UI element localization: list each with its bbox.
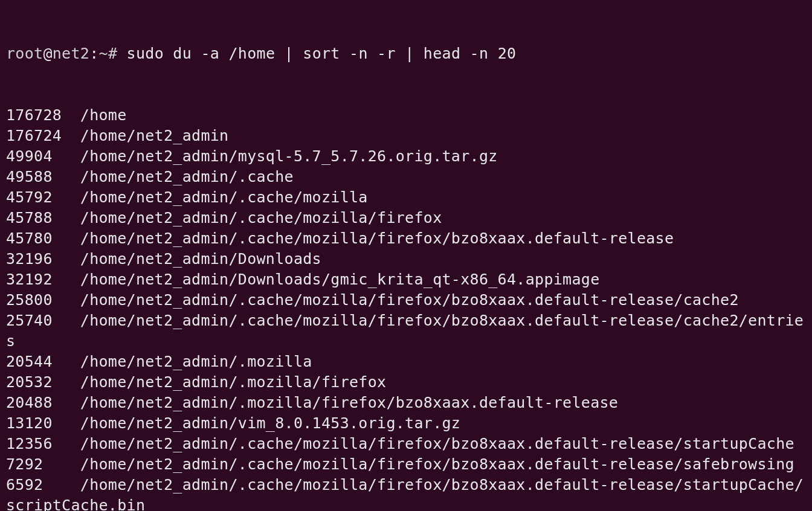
path-value: /home/net2_admin/.cache/mozilla/firefox	[80, 209, 442, 227]
path-value: /home/net2_admin/Downloads	[80, 250, 321, 268]
command-output: 176728 /home176724 /home/net2_admin49904…	[6, 105, 806, 511]
output-row: 25800 /home/net2_admin/.cache/mozilla/fi…	[6, 290, 806, 310]
output-row: 6592 /home/net2_admin/.cache/mozilla/fir…	[6, 475, 806, 511]
output-row: 45788 /home/net2_admin/.cache/mozilla/fi…	[6, 208, 806, 228]
path-value: /home/net2_admin	[80, 127, 229, 144]
path-value: /home/net2_admin/.cache/mozilla/firefox/…	[80, 230, 674, 247]
prompt-user: root	[6, 45, 43, 62]
output-row: 12356 /home/net2_admin/.cache/mozilla/fi…	[6, 434, 806, 454]
size-value: 12356	[6, 435, 80, 452]
output-row: 49904 /home/net2_admin/mysql-5.7_5.7.26.…	[6, 146, 806, 167]
prompt-spacer	[117, 45, 126, 62]
output-row: 13120 /home/net2_admin/vim_8.0.1453.orig…	[6, 413, 806, 434]
output-row: 25740 /home/net2_admin/.cache/mozilla/fi…	[6, 310, 806, 352]
output-row: 7292 /home/net2_admin/.cache/mozilla/fir…	[6, 454, 806, 475]
size-value: 32196	[6, 250, 80, 268]
output-row: 20532 /home/net2_admin/.mozilla/firefox	[6, 372, 806, 393]
size-value: 13120	[6, 414, 80, 432]
size-value: 45788	[6, 209, 80, 227]
output-row: 32196 /home/net2_admin/Downloads	[6, 249, 806, 269]
path-value: /home/net2_admin/mysql-5.7_5.7.26.orig.t…	[80, 147, 498, 165]
size-value: 20544	[6, 353, 80, 370]
prompt-line: root@net2:~# sudo du -a /home | sort -n …	[6, 43, 806, 64]
path-value: /home/net2_admin/.cache/mozilla/firefox/…	[6, 312, 804, 350]
size-value: 7292	[6, 455, 80, 473]
output-row: 20544 /home/net2_admin/.mozilla	[6, 352, 806, 372]
output-row: 32192 /home/net2_admin/Downloads/gmic_kr…	[6, 269, 806, 290]
size-value: 49904	[6, 147, 80, 165]
command-text: sudo du -a /home | sort -n -r | head -n …	[127, 45, 517, 62]
terminal-window[interactable]: root@net2:~# sudo du -a /home | sort -n …	[6, 2, 806, 511]
path-value: /home	[80, 106, 127, 124]
output-row: 45780 /home/net2_admin/.cache/mozilla/fi…	[6, 228, 806, 249]
size-value: 45792	[6, 188, 80, 206]
path-value: /home/net2_admin/Downloads/gmic_krita_qt…	[80, 271, 600, 288]
size-value: 176724	[6, 127, 80, 144]
size-value: 6592	[6, 476, 80, 493]
path-value: /home/net2_admin/.cache	[80, 168, 294, 185]
output-row: 45792 /home/net2_admin/.cache/mozilla	[6, 187, 806, 208]
prompt-at: @	[43, 45, 52, 62]
size-value: 20488	[6, 394, 80, 411]
path-value: /home/net2_admin/.mozilla/firefox/bzo8xa…	[80, 394, 618, 411]
output-row: 176724 /home/net2_admin	[6, 126, 806, 146]
path-value: /home/net2_admin/.cache/mozilla/firefox/…	[80, 291, 739, 309]
size-value: 45780	[6, 230, 80, 247]
path-value: /home/net2_admin/.cache/mozilla/firefox/…	[6, 476, 804, 511]
size-value: 49588	[6, 168, 80, 185]
size-value: 25740	[6, 312, 80, 329]
output-row: 49588 /home/net2_admin/.cache	[6, 167, 806, 187]
output-row: 20488 /home/net2_admin/.mozilla/firefox/…	[6, 393, 806, 413]
prompt-colon: :	[89, 45, 98, 62]
prompt-symbol: #	[108, 45, 117, 62]
prompt-path: ~	[99, 45, 108, 62]
path-value: /home/net2_admin/vim_8.0.1453.orig.tar.g…	[80, 414, 460, 432]
size-value: 32192	[6, 271, 80, 288]
size-value: 25800	[6, 291, 80, 309]
path-value: /home/net2_admin/.cache/mozilla	[80, 188, 368, 206]
path-value: /home/net2_admin/.mozilla	[80, 353, 312, 370]
path-value: /home/net2_admin/.cache/mozilla/firefox/…	[80, 455, 794, 473]
path-value: /home/net2_admin/.mozilla/firefox	[80, 373, 387, 391]
output-row: 176728 /home	[6, 105, 806, 126]
size-value: 20532	[6, 373, 80, 391]
prompt-host: net2	[53, 45, 89, 62]
path-value: /home/net2_admin/.cache/mozilla/firefox/…	[80, 435, 794, 452]
size-value: 176728	[6, 106, 80, 124]
